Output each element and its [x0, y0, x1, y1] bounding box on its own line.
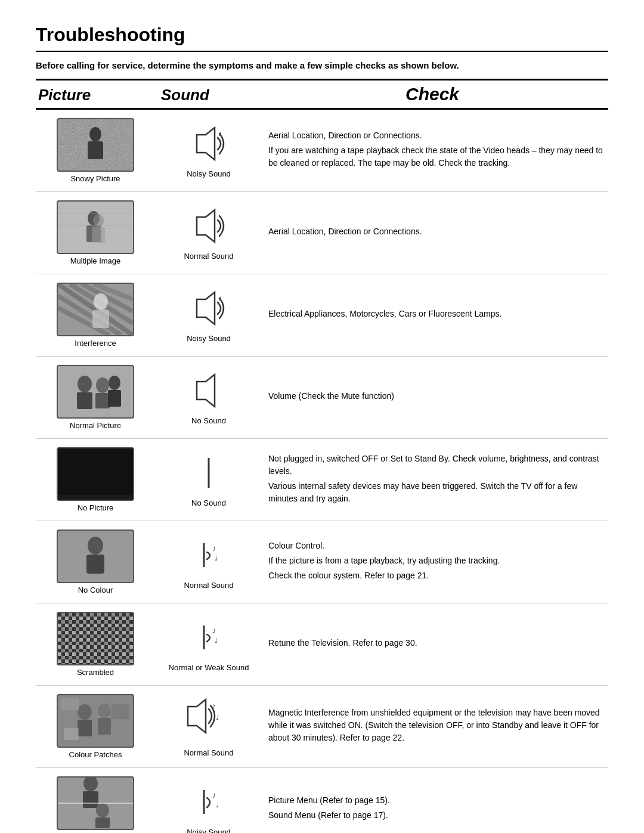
- table-row: Rolling Picture ♪ ♩ Noisy Sound Picture …: [36, 768, 608, 833]
- tv-image-snowy: [57, 118, 134, 172]
- header-check: Check: [256, 84, 608, 104]
- table-row: Snowy Picture ♪ ♩ Noisy Sound Aerial Loc…: [36, 110, 608, 192]
- svg-rect-56: [78, 720, 92, 736]
- check-cell-snowy: Aerial Location, Direction or Connection…: [256, 129, 608, 172]
- svg-rect-37: [58, 495, 133, 500]
- intro-text: Before calling for service, determine th…: [36, 60, 608, 70]
- svg-rect-41: [86, 555, 104, 574]
- picture-label-snowy: Snowy Picture: [70, 174, 120, 183]
- picture-label-normalpic: Normal Picture: [70, 421, 121, 430]
- speaker-icon-multiple: [185, 205, 233, 249]
- svg-marker-35: [197, 374, 215, 407]
- svg-rect-34: [108, 390, 121, 407]
- svg-rect-58: [98, 718, 111, 735]
- svg-point-57: [98, 704, 111, 718]
- svg-rect-4: [88, 141, 103, 159]
- svg-text:♩: ♩: [215, 637, 218, 644]
- svg-rect-12: [92, 227, 105, 243]
- table-row: No Colour ♪ ♩ Normal Sound Colour Contro…: [36, 521, 608, 603]
- header-picture: Picture: [36, 86, 155, 104]
- check-cell-colourpatches: Magnetic Interference from unshielded eq…: [256, 707, 608, 747]
- check-cell-nocolour: Colour Control.If the picture is from a …: [256, 540, 608, 584]
- picture-cell-interference: Interference: [36, 283, 155, 348]
- svg-point-55: [78, 704, 92, 720]
- speaker-icon-nocolour: ♪ ♩: [185, 534, 233, 578]
- picture-label-nopicture: No Picture: [78, 503, 114, 512]
- table-row: Multiple Image Normal Sound Aerial Locat…: [36, 192, 608, 274]
- table-header: Picture Sound Check: [36, 79, 608, 110]
- table-row: No Picture No Sound Not plugged in, swit…: [36, 439, 608, 521]
- table-row: Scrambled ♪ ♩ Normal or Weak Sound Retun…: [36, 603, 608, 686]
- sound-cell-interference: ♪ ♩ Noisy Sound: [155, 287, 256, 343]
- svg-text:♩: ♩: [215, 555, 218, 562]
- svg-point-31: [96, 377, 109, 393]
- sound-cell-snowy: ♪ ♩ Noisy Sound: [155, 123, 256, 178]
- svg-text:♪: ♪: [212, 791, 216, 800]
- speaker-icon-nopicture: [185, 452, 233, 496]
- check-cell-multiple: Aerial Location, Direction or Connection…: [256, 225, 608, 240]
- picture-cell-snowy: Snowy Picture: [36, 118, 155, 183]
- tv-image-nocolour: [57, 529, 134, 583]
- top-divider: [36, 51, 608, 52]
- sound-cell-nopicture: No Sound: [155, 452, 256, 507]
- picture-cell-scrambled: Scrambled: [36, 612, 155, 677]
- check-cell-normalpic: Volume (Check the Mute function): [256, 390, 608, 405]
- table-row: Colour Patches ♪ ♩ Normal Sound Magnetic…: [36, 686, 608, 768]
- svg-point-23: [94, 293, 108, 310]
- svg-point-29: [78, 376, 92, 392]
- speaker-icon-interference: ♪ ♩: [185, 287, 233, 332]
- svg-point-33: [109, 376, 120, 390]
- speaker-icon-scrambled: ♪ ♩: [185, 617, 233, 661]
- sound-cell-nocolour: ♪ ♩ Normal Sound: [155, 534, 256, 590]
- sound-cell-rolling: ♪ ♩ Noisy Sound: [155, 781, 256, 833]
- svg-text:♩: ♩: [222, 305, 225, 311]
- header-sound: Sound: [155, 86, 256, 104]
- picture-cell-rolling: Rolling Picture: [36, 776, 155, 833]
- svg-rect-61: [64, 728, 79, 740]
- svg-marker-15: [197, 210, 215, 242]
- svg-rect-32: [95, 393, 110, 408]
- svg-marker-25: [197, 292, 215, 324]
- tv-image-rolling: [57, 776, 134, 830]
- sound-label-normalpic: No Sound: [191, 416, 226, 425]
- tv-image-colourpatches: [57, 694, 134, 748]
- picture-label-multiple: Multiple Image: [70, 256, 121, 265]
- check-cell-nopicture: Not plugged in, switched OFF or Set to S…: [256, 453, 608, 507]
- sound-cell-normalpic: No Sound: [155, 370, 256, 425]
- picture-cell-colourpatches: Colour Patches: [36, 694, 155, 759]
- sound-cell-colourpatches: ♪ ♩ Normal Sound: [155, 696, 256, 757]
- table-row: Normal Picture No Sound Volume (Check th…: [36, 357, 608, 439]
- check-cell-rolling: Picture Menu (Refer to page 15).Sound Me…: [256, 794, 608, 824]
- svg-text:♩: ♩: [216, 713, 219, 721]
- svg-rect-67: [83, 791, 98, 808]
- sound-cell-scrambled: ♪ ♩ Normal or Weak Sound: [155, 617, 256, 672]
- svg-text:♪: ♪: [218, 294, 222, 302]
- svg-text:♪: ♪: [212, 626, 216, 635]
- svg-text:♩: ♩: [216, 801, 219, 809]
- sound-label-colourpatches: Normal Sound: [184, 748, 233, 757]
- picture-label-scrambled: Scrambled: [77, 668, 114, 677]
- svg-text:♪: ♪: [212, 701, 216, 711]
- svg-rect-60: [112, 704, 129, 719]
- picture-label-nocolour: No Colour: [78, 586, 113, 594]
- page-title: Troubleshooting: [36, 24, 608, 46]
- tv-image-scrambled: [57, 612, 134, 665]
- picture-label-colourpatches: Colour Patches: [69, 750, 122, 759]
- tv-image-multiple: [57, 200, 134, 254]
- svg-marker-62: [188, 699, 206, 733]
- svg-rect-69: [95, 817, 110, 828]
- sound-label-interference: Noisy Sound: [187, 334, 231, 343]
- svg-point-40: [88, 537, 103, 555]
- tv-image-nopicture: [57, 447, 134, 501]
- sound-label-nocolour: Normal Sound: [184, 581, 233, 590]
- check-cell-scrambled: Retune the Television. Refer to page 30.: [256, 637, 608, 652]
- svg-point-68: [96, 803, 109, 817]
- table-body: Snowy Picture ♪ ♩ Noisy Sound Aerial Loc…: [36, 110, 608, 833]
- svg-rect-28: [58, 366, 133, 417]
- svg-rect-24: [92, 310, 109, 328]
- sound-label-nopicture: No Sound: [191, 498, 226, 507]
- check-cell-interference: Electrical Appliances, Motorcycles, Cars…: [256, 308, 608, 323]
- sound-label-scrambled: Normal or Weak Sound: [169, 663, 249, 672]
- svg-rect-59: [61, 698, 79, 710]
- picture-cell-nocolour: No Colour: [36, 529, 155, 594]
